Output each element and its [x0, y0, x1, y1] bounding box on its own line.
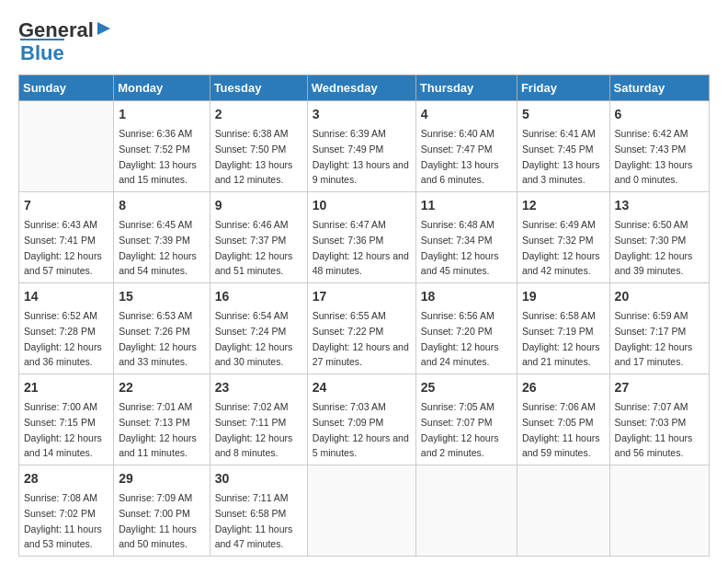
- calendar-cell: 20Sunrise: 6:59 AMSunset: 7:17 PMDayligh…: [609, 283, 709, 374]
- day-number: 14: [24, 287, 108, 306]
- day-number: 10: [313, 196, 411, 215]
- day-number: 20: [615, 287, 704, 306]
- day-number: 15: [119, 287, 204, 306]
- day-info: Sunrise: 6:48 AMSunset: 7:34 PMDaylight:…: [421, 219, 499, 276]
- calendar-week-3: 21Sunrise: 7:00 AMSunset: 7:15 PMDayligh…: [19, 374, 710, 465]
- calendar-cell: 17Sunrise: 6:55 AMSunset: 7:22 PMDayligh…: [307, 283, 415, 374]
- calendar-week-1: 7Sunrise: 6:43 AMSunset: 7:41 PMDaylight…: [19, 192, 710, 283]
- day-info: Sunrise: 6:46 AMSunset: 7:37 PMDaylight:…: [215, 219, 293, 276]
- day-number: 1: [119, 105, 204, 124]
- calendar-cell: 10Sunrise: 6:47 AMSunset: 7:36 PMDayligh…: [307, 192, 415, 283]
- calendar-cell: 21Sunrise: 7:00 AMSunset: 7:15 PMDayligh…: [19, 374, 114, 465]
- day-info: Sunrise: 7:05 AMSunset: 7:07 PMDaylight:…: [421, 401, 499, 458]
- calendar-cell: 7Sunrise: 6:43 AMSunset: 7:41 PMDaylight…: [19, 192, 114, 283]
- day-info: Sunrise: 6:59 AMSunset: 7:17 PMDaylight:…: [615, 310, 693, 367]
- calendar-cell: 28Sunrise: 7:08 AMSunset: 7:02 PMDayligh…: [19, 465, 114, 557]
- day-number: 26: [522, 378, 605, 397]
- weekday-header-tuesday: Tuesday: [210, 75, 307, 101]
- calendar-cell: 3Sunrise: 6:39 AMSunset: 7:49 PMDaylight…: [307, 101, 415, 192]
- day-info: Sunrise: 6:43 AMSunset: 7:41 PMDaylight:…: [24, 219, 102, 276]
- logo-arrow-icon: [96, 20, 112, 37]
- day-number: 19: [522, 287, 605, 306]
- calendar-cell: 8Sunrise: 6:45 AMSunset: 7:39 PMDaylight…: [114, 192, 210, 283]
- day-info: Sunrise: 6:40 AMSunset: 7:47 PMDaylight:…: [421, 128, 499, 185]
- day-number: 16: [215, 287, 302, 306]
- calendar-cell: [609, 465, 709, 557]
- calendar-cell: 11Sunrise: 6:48 AMSunset: 7:34 PMDayligh…: [415, 192, 517, 283]
- weekday-header-saturday: Saturday: [609, 75, 709, 101]
- svg-marker-0: [97, 22, 110, 35]
- day-info: Sunrise: 7:01 AMSunset: 7:13 PMDaylight:…: [119, 401, 197, 458]
- day-number: 29: [119, 469, 204, 488]
- day-number: 9: [215, 196, 302, 215]
- day-number: 2: [215, 105, 302, 124]
- calendar-cell: [307, 465, 415, 557]
- day-info: Sunrise: 6:41 AMSunset: 7:45 PMDaylight:…: [522, 128, 600, 185]
- weekday-header-monday: Monday: [114, 75, 210, 101]
- day-info: Sunrise: 6:39 AMSunset: 7:49 PMDaylight:…: [313, 128, 409, 185]
- weekday-header-sunday: Sunday: [19, 75, 114, 101]
- day-number: 18: [421, 287, 512, 306]
- calendar-cell: 29Sunrise: 7:09 AMSunset: 7:00 PMDayligh…: [114, 465, 210, 557]
- calendar-cell: 16Sunrise: 6:54 AMSunset: 7:24 PMDayligh…: [210, 283, 307, 374]
- calendar-cell: 25Sunrise: 7:05 AMSunset: 7:07 PMDayligh…: [415, 374, 517, 465]
- calendar-cell: 14Sunrise: 6:52 AMSunset: 7:28 PMDayligh…: [19, 283, 114, 374]
- calendar-cell: 18Sunrise: 6:56 AMSunset: 7:20 PMDayligh…: [415, 283, 517, 374]
- calendar-cell: 13Sunrise: 6:50 AMSunset: 7:30 PMDayligh…: [609, 192, 709, 283]
- day-number: 23: [215, 378, 302, 397]
- day-info: Sunrise: 6:47 AMSunset: 7:36 PMDaylight:…: [313, 219, 409, 276]
- day-info: Sunrise: 7:09 AMSunset: 7:00 PMDaylight:…: [119, 492, 197, 549]
- calendar-table: SundayMondayTuesdayWednesdayThursdayFrid…: [18, 75, 710, 557]
- day-info: Sunrise: 7:07 AMSunset: 7:03 PMDaylight:…: [615, 401, 693, 458]
- calendar-cell: 19Sunrise: 6:58 AMSunset: 7:19 PMDayligh…: [517, 283, 609, 374]
- day-info: Sunrise: 6:50 AMSunset: 7:30 PMDaylight:…: [615, 219, 693, 276]
- day-number: 28: [24, 469, 108, 488]
- calendar-week-2: 14Sunrise: 6:52 AMSunset: 7:28 PMDayligh…: [19, 283, 710, 374]
- day-info: Sunrise: 6:52 AMSunset: 7:28 PMDaylight:…: [24, 310, 102, 367]
- day-info: Sunrise: 7:00 AMSunset: 7:15 PMDaylight:…: [24, 401, 102, 458]
- day-info: Sunrise: 6:38 AMSunset: 7:50 PMDaylight:…: [215, 128, 293, 185]
- calendar-cell: 24Sunrise: 7:03 AMSunset: 7:09 PMDayligh…: [307, 374, 415, 465]
- calendar-cell: 9Sunrise: 6:46 AMSunset: 7:37 PMDaylight…: [210, 192, 307, 283]
- day-info: Sunrise: 7:02 AMSunset: 7:11 PMDaylight:…: [215, 401, 293, 458]
- day-number: 30: [215, 469, 302, 488]
- weekday-header-friday: Friday: [517, 75, 609, 101]
- day-info: Sunrise: 7:06 AMSunset: 7:05 PMDaylight:…: [522, 401, 600, 458]
- calendar-cell: 27Sunrise: 7:07 AMSunset: 7:03 PMDayligh…: [609, 374, 709, 465]
- day-number: 25: [421, 378, 512, 397]
- logo-blue: Blue: [20, 39, 64, 65]
- calendar-cell: 30Sunrise: 7:11 AMSunset: 6:58 PMDayligh…: [210, 465, 307, 557]
- page-header: General Blue: [18, 18, 710, 65]
- day-info: Sunrise: 6:36 AMSunset: 7:52 PMDaylight:…: [119, 128, 197, 185]
- day-number: 12: [522, 196, 605, 215]
- day-number: 7: [24, 196, 108, 215]
- day-number: 3: [313, 105, 411, 124]
- day-number: 27: [615, 378, 704, 397]
- day-info: Sunrise: 6:45 AMSunset: 7:39 PMDaylight:…: [119, 219, 197, 276]
- day-number: 4: [421, 105, 512, 124]
- calendar-cell: [517, 465, 609, 557]
- calendar-cell: 2Sunrise: 6:38 AMSunset: 7:50 PMDaylight…: [210, 101, 307, 192]
- day-number: 11: [421, 196, 512, 215]
- day-info: Sunrise: 7:11 AMSunset: 6:58 PMDaylight:…: [215, 492, 293, 549]
- calendar-cell: [415, 465, 517, 557]
- day-number: 22: [119, 378, 204, 397]
- calendar-cell: [19, 101, 114, 192]
- day-info: Sunrise: 6:42 AMSunset: 7:43 PMDaylight:…: [615, 128, 693, 185]
- weekday-header-wednesday: Wednesday: [307, 75, 415, 101]
- day-number: 8: [119, 196, 204, 215]
- calendar-cell: 26Sunrise: 7:06 AMSunset: 7:05 PMDayligh…: [517, 374, 609, 465]
- calendar-cell: 4Sunrise: 6:40 AMSunset: 7:47 PMDaylight…: [415, 101, 517, 192]
- calendar-cell: 15Sunrise: 6:53 AMSunset: 7:26 PMDayligh…: [114, 283, 210, 374]
- calendar-week-0: 1Sunrise: 6:36 AMSunset: 7:52 PMDaylight…: [19, 101, 710, 192]
- day-info: Sunrise: 6:56 AMSunset: 7:20 PMDaylight:…: [421, 310, 499, 367]
- day-info: Sunrise: 6:53 AMSunset: 7:26 PMDaylight:…: [119, 310, 197, 367]
- calendar-cell: 12Sunrise: 6:49 AMSunset: 7:32 PMDayligh…: [517, 192, 609, 283]
- day-number: 13: [615, 196, 704, 215]
- calendar-cell: 1Sunrise: 6:36 AMSunset: 7:52 PMDaylight…: [114, 101, 210, 192]
- day-info: Sunrise: 6:55 AMSunset: 7:22 PMDaylight:…: [313, 310, 409, 367]
- day-info: Sunrise: 7:03 AMSunset: 7:09 PMDaylight:…: [313, 401, 409, 458]
- calendar-cell: 23Sunrise: 7:02 AMSunset: 7:11 PMDayligh…: [210, 374, 307, 465]
- day-info: Sunrise: 6:49 AMSunset: 7:32 PMDaylight:…: [522, 219, 600, 276]
- calendar-cell: 5Sunrise: 6:41 AMSunset: 7:45 PMDaylight…: [517, 101, 609, 192]
